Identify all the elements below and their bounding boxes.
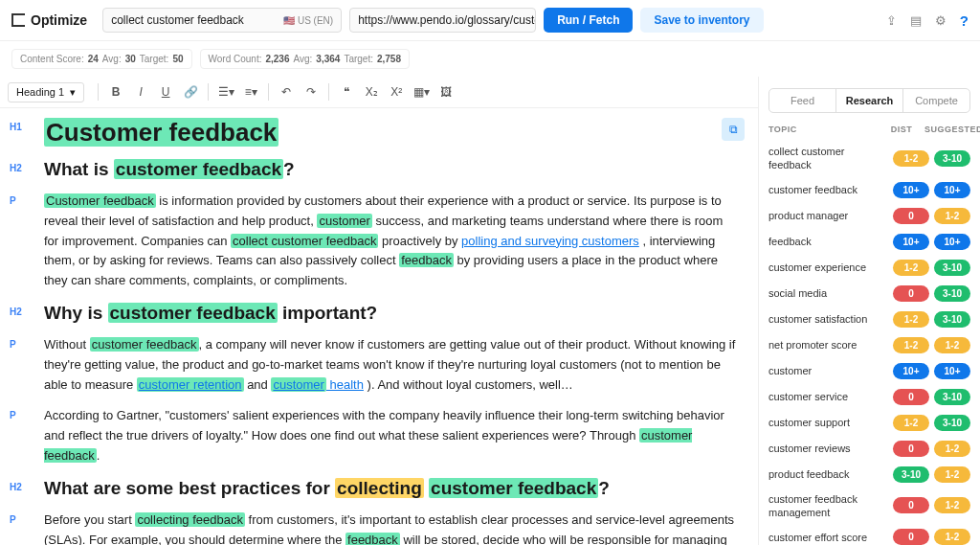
t[interactable]: customer: [271, 377, 325, 392]
t: collect customer feedback: [231, 234, 378, 248]
save-inventory-button[interactable]: Save to inventory: [640, 8, 763, 33]
t: What is: [44, 159, 114, 179]
topic-label: collect customer feedback: [768, 145, 888, 172]
sugg-pill: 1-2: [934, 337, 970, 353]
image-button[interactable]: 🖼: [434, 80, 457, 103]
topic-row[interactable]: collect customer feedback1-23-10: [768, 140, 970, 177]
tab-research[interactable]: Research: [835, 89, 903, 112]
sugg-pill: 3-10: [934, 415, 970, 431]
h2b-row: H2 Why is customer feedback important?: [10, 303, 737, 324]
number-list-button[interactable]: ≡▾: [239, 80, 262, 103]
t: customer feedback: [114, 159, 283, 179]
topic-label: customer service: [768, 390, 888, 403]
content-score-box[interactable]: Content Score:24 Avg:30 Target:50: [11, 49, 192, 69]
link-health[interactable]: health: [326, 377, 364, 392]
topic-row[interactable]: customer feedback management01-2: [768, 488, 970, 525]
topic-row[interactable]: product manager01-2: [768, 203, 970, 229]
wc-tgtl: Target:: [344, 54, 373, 64]
cs-val: 24: [88, 54, 99, 64]
t: According to Gartner, "customers' salien…: [44, 408, 724, 443]
topic-row[interactable]: customer experience1-23-10: [768, 255, 970, 281]
topic-label: customer satisfaction: [768, 312, 888, 326]
sugg-pill: 1-2: [934, 497, 970, 513]
topics-list[interactable]: collect customer feedback1-23-10customer…: [768, 140, 970, 545]
wc-label: Word Count:: [209, 54, 262, 64]
quote-button[interactable]: ❝: [335, 80, 358, 103]
subscript-button[interactable]: X₂: [360, 80, 383, 103]
t: customer feedback: [429, 478, 598, 498]
sep: [328, 83, 329, 101]
topic-row[interactable]: customer effort score01-2: [768, 524, 970, 545]
dist-pill: 10+: [893, 234, 929, 250]
heading-select[interactable]: Heading 1▾: [8, 82, 84, 102]
wc-val: 2,236: [265, 54, 289, 64]
help-icon[interactable]: ?: [960, 12, 969, 29]
underline-button[interactable]: U: [154, 80, 177, 103]
th-topic: TOPIC: [768, 125, 879, 134]
keyword-input[interactable]: collect customer feedback 🇺🇸 US (EN): [102, 8, 342, 33]
word-count-box[interactable]: Word Count:2,236 Avg:3,364 Target:2,758: [200, 49, 410, 69]
topic-row[interactable]: customer service03-10: [768, 384, 970, 410]
topic-row[interactable]: customer feedback10+10+: [768, 177, 970, 203]
sugg-pill: 10+: [934, 234, 970, 250]
link-button[interactable]: 🔗: [179, 80, 202, 103]
dist-pill: 0: [893, 529, 929, 545]
notes-icon[interactable]: ▤: [910, 13, 922, 28]
settings-icon[interactable]: ⚙: [935, 13, 947, 28]
editor-body[interactable]: ⧉ H1 Customer feedback H2 What is custom…: [0, 108, 758, 545]
editor-column: Heading 1▾ B I U 🔗 ☰▾ ≡▾ ↶ ↷ ❝ X₂ X² ▦▾ …: [0, 77, 758, 545]
italic-button[interactable]: I: [129, 80, 152, 103]
topic-label: customer feedback: [768, 183, 888, 196]
wc-avgl: Avg:: [294, 54, 313, 64]
h2c-row: H2 What are some best practices for coll…: [10, 478, 737, 499]
chevron-down-icon: ▾: [70, 86, 76, 99]
copy-button[interactable]: ⧉: [722, 118, 745, 141]
topic-row[interactable]: customer10+10+: [768, 358, 970, 384]
bullet-list-button[interactable]: ☰▾: [214, 80, 237, 103]
undo-button[interactable]: ↶: [275, 80, 298, 103]
topic-row[interactable]: social media03-10: [768, 281, 970, 307]
t: .: [97, 448, 100, 463]
dist-pill: 0: [893, 389, 929, 405]
redo-button[interactable]: ↷: [300, 80, 323, 103]
dist-pill: 0: [893, 208, 929, 224]
t: collecting: [335, 478, 424, 498]
url-input[interactable]: https://www.pendo.io/glossary/customer-f…: [349, 8, 536, 33]
topic-label: customer effort score: [768, 531, 888, 544]
topic-row[interactable]: customer support1-23-10: [768, 410, 970, 436]
sugg-pill: 3-10: [934, 260, 970, 276]
cs-tgtl: Target:: [140, 54, 169, 64]
sugg-pill: 3-10: [934, 285, 970, 302]
link-retention[interactable]: customer retention: [137, 377, 244, 392]
link-polling[interactable]: polling and surveying customers: [461, 234, 639, 248]
p2-row: P Without customer feedback, a company w…: [10, 335, 737, 395]
run-fetch-button[interactable]: Run / Fetch: [544, 8, 633, 33]
sep: [268, 83, 269, 101]
t: Why is: [44, 303, 108, 323]
dist-pill: 0: [893, 285, 929, 302]
lang-badge: 🇺🇸 US (EN): [283, 15, 333, 26]
tab-compete[interactable]: Compete: [903, 89, 969, 112]
wc-tgt: 2,758: [377, 54, 401, 64]
main: Heading 1▾ B I U 🔗 ☰▾ ≡▾ ↶ ↷ ❝ X₂ X² ▦▾ …: [0, 77, 980, 545]
sugg-pill: 1-2: [934, 529, 970, 545]
superscript-button[interactable]: X²: [385, 80, 408, 103]
topics-header: TOPIC DIST SUGGESTED: [768, 121, 970, 140]
t: ?: [283, 159, 295, 179]
t: Without: [44, 337, 90, 352]
sugg-pill: 3-10: [934, 389, 970, 405]
topic-row[interactable]: product feedback3-101-2: [768, 462, 970, 488]
table-button[interactable]: ▦▾: [410, 80, 433, 103]
h1-text: Customer feedback: [44, 118, 278, 147]
cs-label: Content Score:: [20, 54, 84, 64]
topic-row[interactable]: net promoter score1-21-2: [768, 332, 970, 358]
topic-label: net promoter score: [768, 338, 888, 352]
h2a-row: H2 What is customer feedback?: [10, 159, 737, 180]
share-icon[interactable]: ⇪: [886, 13, 897, 28]
sugg-pill: 1-2: [934, 466, 970, 483]
topic-row[interactable]: customer satisfaction1-23-10: [768, 307, 970, 332]
tab-feed[interactable]: Feed: [769, 89, 835, 112]
bold-button[interactable]: B: [104, 80, 127, 103]
topic-row[interactable]: feedback10+10+: [768, 229, 970, 255]
topic-row[interactable]: customer reviews01-2: [768, 436, 970, 462]
